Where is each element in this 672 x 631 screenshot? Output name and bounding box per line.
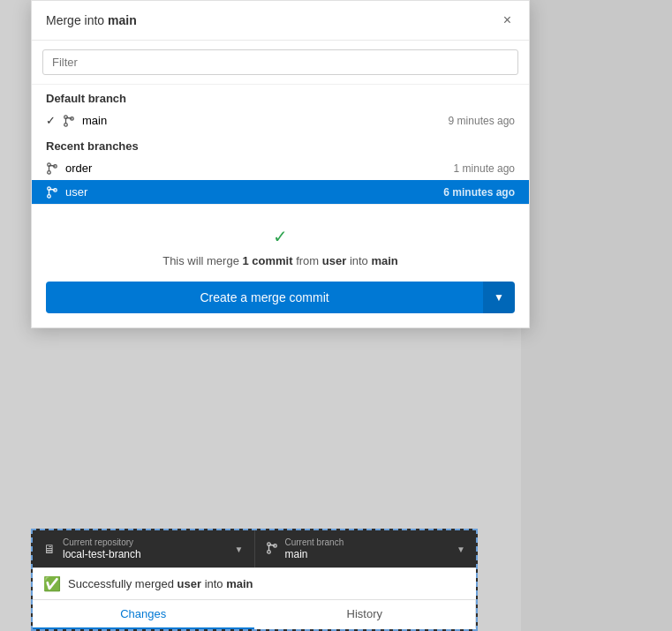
tabs-bar: Changes History <box>33 599 476 629</box>
monitor-icon: 🖥 <box>43 542 56 556</box>
merge-text-post: into <box>346 254 371 267</box>
recent-branches-label: Recent branches <box>32 132 529 156</box>
merge-text-mid: from <box>293 254 322 267</box>
success-pre: Successfully merged <box>68 577 177 590</box>
branch-time-order: 1 minute ago <box>454 162 515 175</box>
success-text: Successfully merged user into main <box>68 577 253 590</box>
branch-item-order[interactable]: order 1 minute ago <box>32 156 529 180</box>
git-branch-icon-user <box>46 186 58 199</box>
svg-point-1 <box>64 123 68 126</box>
branch-bar-label: Current branch <box>285 537 344 547</box>
close-button[interactable]: × <box>500 11 515 29</box>
success-user: user <box>177 577 201 590</box>
git-branch-icon <box>63 115 75 127</box>
merge-from-branch: user <box>322 254 346 267</box>
branch-time-main: 9 minutes ago <box>449 115 515 127</box>
default-branch-label: Default branch <box>32 85 529 109</box>
svg-point-7 <box>48 194 51 198</box>
branch-chevron-icon: ▼ <box>457 545 465 554</box>
filter-input[interactable] <box>42 49 518 75</box>
merge-check-icon: ✓ <box>46 226 515 247</box>
merge-commit-wrapper: Create a merge commit ▼ <box>46 282 515 313</box>
merge-info: ✓ This will merge 1 commit from user int… <box>32 204 529 327</box>
merge-description: This will merge 1 commit from user into … <box>46 254 515 267</box>
bottom-bar: 🖥 Current repository local-test-branch ▼ <box>31 529 478 631</box>
filter-section <box>32 41 529 85</box>
branch-item-main[interactable]: ✓ main 9 minutes ago <box>32 109 529 132</box>
merge-commit-button[interactable]: Create a merge commit <box>46 282 483 313</box>
branch-bar-icon <box>266 542 278 557</box>
branch-name-main: main <box>82 114 107 127</box>
merge-modal: Merge into main × Default branch ✓ main … <box>31 0 530 328</box>
modal-target-branch: main <box>108 13 137 27</box>
repo-value: local-test-branch <box>63 548 141 560</box>
modal-title: Merge into main <box>46 13 137 27</box>
tab-history[interactable]: History <box>254 600 477 629</box>
branch-name-user: user <box>65 185 87 199</box>
merge-text-pre: This will merge <box>162 254 242 267</box>
merge-commit-count: 1 commit <box>242 254 292 267</box>
svg-point-10 <box>267 550 270 553</box>
branch-item-user[interactable]: user 6 minutes ago <box>32 180 529 204</box>
branch-selector[interactable]: Current branch main ▼ <box>255 530 477 567</box>
git-branch-icon-order <box>46 162 58 175</box>
repo-chevron-icon: ▼ <box>235 545 244 554</box>
merge-commit-dropdown-button[interactable]: ▼ <box>483 282 515 313</box>
branch-list: Default branch ✓ main 9 minutes ago Rece… <box>32 85 529 204</box>
svg-point-4 <box>48 170 51 174</box>
repository-selector[interactable]: 🖥 Current repository local-test-branch ▼ <box>33 530 255 567</box>
branch-bar-value: main <box>285 548 308 560</box>
branch-name-order: order <box>65 162 92 175</box>
merge-into-branch: main <box>371 254 397 267</box>
success-mid: into <box>201 577 226 590</box>
bottom-bar-top: 🖥 Current repository local-test-branch ▼ <box>33 530 476 567</box>
success-main: main <box>226 577 253 590</box>
repo-label: Current repository <box>63 537 141 547</box>
branch-time-user: 6 minutes ago <box>443 186 515 199</box>
success-icon: ✅ <box>43 575 61 592</box>
right-panel: friendly Publish re Open in Visual Stu S… <box>521 0 672 631</box>
tab-changes[interactable]: Changes <box>33 600 254 629</box>
success-bar: ✅ Successfully merged user into main <box>33 567 476 599</box>
modal-header: Merge into main × <box>32 1 529 41</box>
check-icon: ✓ <box>46 114 56 127</box>
